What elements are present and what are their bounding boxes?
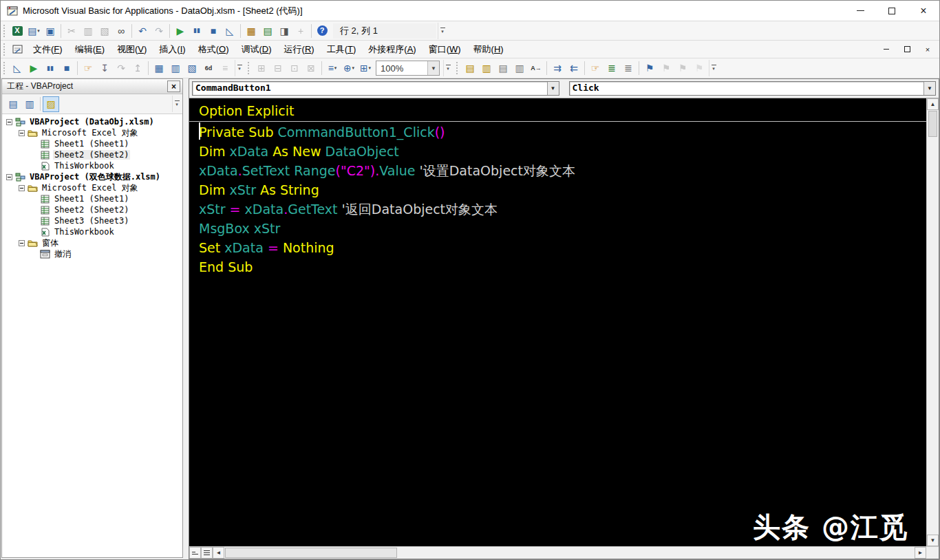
toolbox-button[interactable]: + [292,23,309,39]
view-object-button[interactable]: ▥ [21,96,38,112]
code-line[interactable]: Dim xStr As String [199,180,926,200]
project-panel-close-button[interactable]: × [167,80,180,92]
menu-a[interactable]: 外接程序(A) [362,41,422,58]
procedure-view-button[interactable] [189,547,201,559]
align-button[interactable]: ≡▾ [324,61,341,76]
reset-button[interactable]: ■ [205,23,222,39]
object-browser-button[interactable]: ◨ [276,23,292,39]
run-button[interactable]: ▶ [172,23,189,39]
scroll-left-icon[interactable]: ◄ [213,547,224,559]
step-over-button[interactable]: ↷ [113,61,129,76]
tree-expand-icon[interactable] [6,174,12,180]
redo-button[interactable]: ↷ [151,23,167,39]
procedure-dropdown[interactable]: Click ▼ [569,81,937,96]
break-button[interactable]: ▮▮ [42,61,58,76]
tree-expand-icon[interactable] [6,119,12,125]
vertical-scrollbar[interactable]: ▲ ▼ [926,98,939,546]
code-line[interactable]: End Sub [199,257,926,277]
copy-button[interactable]: ▥ [80,23,96,39]
menu-w[interactable]: 窗口(W) [423,41,467,58]
make-same-size-button[interactable]: ⊞▾ [357,61,374,76]
menubar-grip[interactable] [3,43,7,56]
toggle-folders-button[interactable]: ▨ [43,96,59,112]
insert-userform-button[interactable]: ▤▾ [25,23,42,39]
previous-bookmark-button[interactable]: ⚑ [674,61,691,76]
undo-button[interactable]: ↶ [134,23,151,39]
code-line[interactable]: MsgBox xStr [199,219,926,238]
code-window-icon[interactable] [12,45,23,54]
view-code-button[interactable]: ▤ [5,96,21,112]
paste-button[interactable]: ▧ [96,23,113,39]
step-into-button[interactable]: ↧ [96,61,113,76]
object-dropdown-arrow-icon[interactable]: ▼ [547,82,559,95]
tree-item[interactable]: Microsoft Excel 对象 [2,127,182,138]
tree-item[interactable]: Microsoft Excel 对象 [2,182,182,193]
center-in-form-button[interactable]: ⊕▾ [341,61,357,76]
indent-button[interactable]: ⇉ [549,61,566,76]
design-mode-button[interactable]: ◺ [222,23,238,39]
procedure-dropdown-arrow-icon[interactable]: ▼ [923,82,935,95]
scroll-up-icon[interactable]: ▲ [927,98,939,110]
make-same-size-dropdown-arrow-icon[interactable]: ▾ [369,65,372,71]
toolbar-overflow-chevron[interactable]: ▾ [443,60,452,76]
vertical-scroll-track[interactable] [927,138,939,535]
step-out-button[interactable]: ↥ [129,61,146,76]
menu-h[interactable]: 帮助(H) [467,41,510,58]
horizontal-scroll-thumb[interactable] [225,548,397,558]
horizontal-scroll-track[interactable] [398,547,915,559]
panel-splitter[interactable] [183,78,189,559]
project-explorer-button[interactable]: ▦ [243,23,259,39]
locals-window-button[interactable]: ▦ [151,61,167,76]
help-button[interactable]: ? [314,23,330,39]
toolbar-grip[interactable] [3,25,7,37]
comment-block-button[interactable]: ≣ [603,61,620,76]
code-line[interactable]: xData.SetText Range("C2").Value '设置DataO… [199,161,926,180]
toggle-breakpoint-button[interactable]: ☞ [587,61,603,76]
menu-v[interactable]: 视图(V) [111,41,153,58]
save-button[interactable]: ▣ [42,23,58,39]
ungroup-button[interactable]: ⊠ [303,61,319,76]
toolbar-overflow-chevron[interactable]: ▾ [709,60,718,76]
menu-f[interactable]: 文件(F) [27,41,69,58]
code-editor-area[interactable]: Option ExplicitPrivate Sub CommandButton… [189,98,926,546]
parameter-info-button[interactable]: ▥ [511,61,528,76]
complete-word-button[interactable]: A→ [528,61,544,76]
find-button[interactable]: ∞ [113,23,129,39]
code-line[interactable]: Dim xData As New DataObject [199,142,926,161]
mdi-restore-button[interactable] [901,44,913,55]
zoom-dropdown-arrow-icon[interactable]: ▼ [427,61,439,75]
tree-item[interactable]: 窗体 [2,237,182,248]
quick-watch-button[interactable]: 6d [200,61,217,76]
uncomment-block-button[interactable]: ≣ [620,61,637,76]
project-panel-header[interactable]: 工程 - VBAProject × [2,79,182,94]
tree-item[interactable]: ThisWorkbook [2,226,182,237]
close-button[interactable]: × [908,1,939,21]
tree-item[interactable]: Sheet3 (Sheet3) [2,215,182,226]
tree-item[interactable]: VBAProject (双色球数据.xlsm) [2,171,182,182]
toolbar-overflow-chevron[interactable]: ▾ [172,96,181,112]
full-module-view-button[interactable] [201,547,213,559]
send-to-back-button[interactable]: ⊟ [270,61,286,76]
toolbar-overflow-chevron[interactable]: ▾ [235,60,244,76]
tree-item[interactable]: ThisWorkbook [2,160,182,171]
maximize-button[interactable] [876,1,908,21]
list-constants-button[interactable]: ▥ [478,61,495,76]
toolbar-grip[interactable] [3,62,7,74]
align-dropdown-arrow-icon[interactable]: ▾ [334,65,337,71]
scroll-down-icon[interactable]: ▼ [927,535,939,546]
run-button[interactable]: ▶ [25,61,42,76]
code-line[interactable]: Set xData = Nothing [199,238,926,257]
tree-item[interactable]: 撤消 [2,248,182,259]
minimize-button[interactable] [844,1,876,21]
object-dropdown[interactable]: CommandButton1 ▼ [192,81,559,96]
scroll-right-icon[interactable]: ► [915,547,926,559]
watch-window-button[interactable]: ▧ [184,61,200,76]
tree-item[interactable]: Sheet2 (Sheet2) [2,204,182,215]
code-line[interactable]: xStr = xData.GetText '返回DataObject对象文本 [199,200,926,219]
zoom-combobox[interactable]: 100%▼ [376,61,440,76]
menu-r[interactable]: 运行(R) [278,41,321,58]
mdi-close-button[interactable]: × [921,44,934,55]
bring-to-front-button[interactable]: ⊞ [253,61,270,76]
reset-button[interactable]: ■ [58,61,75,76]
menu-o[interactable]: 格式(O) [192,41,235,58]
